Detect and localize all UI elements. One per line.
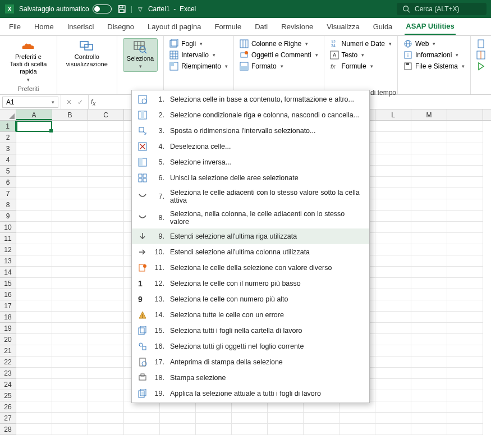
- cell[interactable]: [16, 278, 52, 289]
- cell[interactable]: [88, 334, 124, 345]
- cell[interactable]: [375, 244, 411, 255]
- cell[interactable]: [16, 233, 52, 244]
- tab-file[interactable]: File: [8, 19, 22, 34]
- cell[interactable]: [16, 401, 52, 413]
- cell[interactable]: [375, 356, 411, 368]
- cell[interactable]: [375, 278, 411, 289]
- cell[interactable]: [411, 300, 447, 312]
- cell[interactable]: [447, 413, 483, 424]
- cell[interactable]: [447, 177, 483, 188]
- cell[interactable]: [447, 424, 483, 435]
- menu-item-13[interactable]: 913.Seleziona le celle con numero più al…: [132, 291, 369, 307]
- menu-item-18[interactable]: 18.Stampa selezione: [132, 370, 369, 386]
- cell[interactable]: [16, 390, 52, 401]
- row-header[interactable]: 18: [0, 312, 16, 323]
- cell[interactable]: [16, 166, 52, 177]
- cell[interactable]: [447, 379, 483, 390]
- cancel-icon[interactable]: ✕: [65, 98, 74, 106]
- cell[interactable]: [375, 211, 411, 222]
- cell[interactable]: [447, 233, 483, 244]
- menu-item-19[interactable]: 19.Applica la selezione attuale a tutti …: [132, 386, 369, 401]
- cell[interactable]: [339, 401, 375, 413]
- autosave-toggle[interactable]: Salvataggio automatico: [19, 4, 112, 13]
- cell[interactable]: [304, 413, 339, 424]
- cell[interactable]: [375, 345, 411, 356]
- cell[interactable]: [196, 413, 232, 424]
- cell[interactable]: [447, 323, 483, 334]
- column-header[interactable]: B: [52, 109, 88, 120]
- cell[interactable]: [52, 289, 88, 300]
- row-header[interactable]: 22: [0, 356, 16, 368]
- row-header[interactable]: 5: [0, 166, 16, 177]
- tab-home[interactable]: Home: [33, 19, 55, 34]
- cell[interactable]: [52, 323, 88, 334]
- cell[interactable]: [411, 323, 447, 334]
- cell[interactable]: [16, 413, 52, 424]
- more-button2[interactable]: [474, 49, 488, 61]
- format-button[interactable]: Formato▾: [237, 61, 320, 72]
- cell[interactable]: [375, 255, 411, 267]
- cell[interactable]: [52, 132, 88, 143]
- cell[interactable]: [52, 413, 88, 424]
- cell[interactable]: [52, 177, 88, 188]
- cell[interactable]: [411, 188, 447, 199]
- cell[interactable]: [447, 199, 483, 211]
- menu-item-5[interactable]: 5.Selezione inversa...: [132, 154, 369, 170]
- cell[interactable]: [16, 143, 52, 154]
- cell[interactable]: [447, 211, 483, 222]
- cell[interactable]: [375, 413, 411, 424]
- cell[interactable]: [52, 345, 88, 356]
- menu-item-3[interactable]: 3.Sposta o ridimensiona l'intervallo sel…: [132, 123, 369, 139]
- cell[interactable]: [411, 154, 447, 166]
- row-header[interactable]: 11: [0, 233, 16, 244]
- row-header[interactable]: 8: [0, 199, 16, 211]
- cell[interactable]: [375, 312, 411, 323]
- cell[interactable]: [339, 413, 375, 424]
- info-button[interactable]: iInformazioni▾: [401, 49, 467, 61]
- cell[interactable]: [88, 401, 124, 413]
- cell[interactable]: [196, 401, 232, 413]
- cell[interactable]: [411, 390, 447, 401]
- row-header[interactable]: 24: [0, 379, 16, 390]
- cell[interactable]: [16, 424, 52, 435]
- row-header[interactable]: 15: [0, 278, 16, 289]
- cell[interactable]: [88, 143, 124, 154]
- cell[interactable]: [88, 379, 124, 390]
- row-header[interactable]: 20: [0, 334, 16, 345]
- cell[interactable]: [16, 199, 52, 211]
- cell[interactable]: [16, 379, 52, 390]
- cell[interactable]: [375, 289, 411, 300]
- cell[interactable]: [88, 244, 124, 255]
- row-header[interactable]: 17: [0, 300, 16, 312]
- cell[interactable]: [16, 132, 52, 143]
- cell[interactable]: [411, 424, 447, 435]
- cell[interactable]: [16, 255, 52, 267]
- text-button[interactable]: ATesto▾: [328, 49, 394, 61]
- cell[interactable]: [160, 413, 196, 424]
- cell[interactable]: [16, 300, 52, 312]
- cell[interactable]: [447, 390, 483, 401]
- cell[interactable]: [375, 390, 411, 401]
- cell[interactable]: [16, 121, 52, 132]
- select-all-button[interactable]: [0, 109, 16, 120]
- cell[interactable]: [375, 379, 411, 390]
- cell[interactable]: [232, 413, 268, 424]
- cell[interactable]: [16, 334, 52, 345]
- cell[interactable]: [52, 312, 88, 323]
- row-header[interactable]: 12: [0, 244, 16, 255]
- cell[interactable]: [268, 401, 304, 413]
- cell[interactable]: [411, 211, 447, 222]
- cell[interactable]: [88, 368, 124, 379]
- cell[interactable]: [411, 356, 447, 368]
- select-button[interactable]: Seleziona ▾: [123, 38, 158, 72]
- cell[interactable]: [16, 154, 52, 166]
- search-box[interactable]: Cerca (ALT+X): [397, 3, 487, 15]
- cell[interactable]: [447, 312, 483, 323]
- cell[interactable]: [447, 334, 483, 345]
- cell[interactable]: [447, 278, 483, 289]
- cell[interactable]: [160, 424, 196, 435]
- cell[interactable]: [447, 222, 483, 233]
- cell[interactable]: [52, 233, 88, 244]
- menu-item-1[interactable]: 1.Seleziona celle in base a contenuto, f…: [132, 92, 369, 107]
- favorites-button[interactable]: Preferiti e Tasti di scelta rapida ▾: [6, 38, 51, 84]
